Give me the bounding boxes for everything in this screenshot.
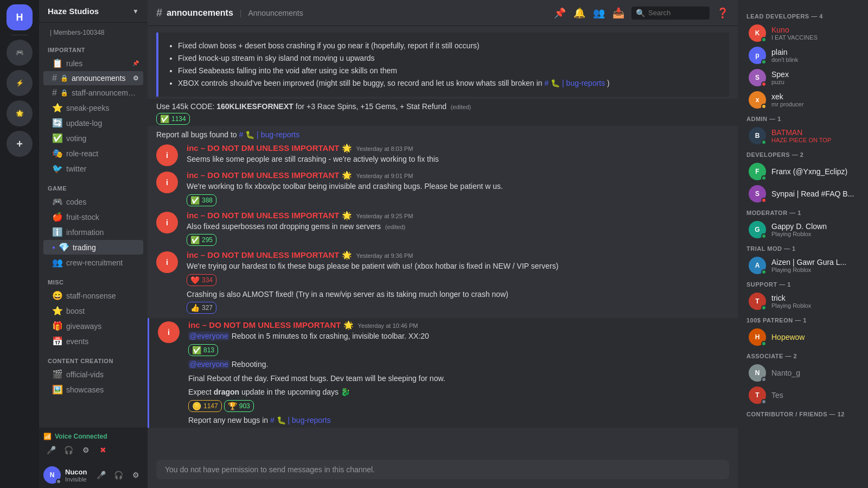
member-aizen[interactable]: A Aizen | Gawr Gura L... Playing Roblox xyxy=(742,255,864,276)
status-nanto xyxy=(761,377,767,382)
user-settings-button[interactable]: ⚙ xyxy=(128,467,143,483)
avatar-inc-5: i xyxy=(158,321,180,343)
bulletin-item-1: Fixed clown boss + desert boss crashing … xyxy=(178,40,720,52)
member-synpai[interactable]: S Synpai | Read #FAQ B... xyxy=(742,183,864,205)
channel-staff-nonsense[interactable]: 😄 staff-nonsense xyxy=(43,288,143,303)
lock-icon-announcements: 🔒 xyxy=(60,74,68,82)
channel-rules[interactable]: 📋 rules 📌 xyxy=(43,56,143,71)
bug-reports-link-1[interactable]: # 🐛 | bug-reports xyxy=(545,79,605,87)
member-sub-gappy: Playing Roblox xyxy=(771,231,859,237)
message-text-8d: Expect dragon update in the upcoming day… xyxy=(188,387,729,398)
mention-everyone-1[interactable]: @everyone xyxy=(188,332,229,340)
members-support-header: SUPPORT — 1 xyxy=(738,277,868,290)
voice-settings-button[interactable]: ⚙ xyxy=(78,442,93,458)
bug-reports-link-3[interactable]: # 🐛 | bug-reports xyxy=(270,416,331,424)
channel-giveaways[interactable]: 🎁 giveaways xyxy=(43,319,143,333)
members-associate-header: ASSOCIATE — 2 xyxy=(738,348,868,362)
leave-voice-button[interactable]: ✖ xyxy=(95,442,111,458)
member-nanto[interactable]: N Nanto_g xyxy=(742,362,864,384)
search-input[interactable] xyxy=(648,9,703,17)
channel-fruit-stock[interactable]: 🍎 fruit-stock xyxy=(43,210,143,224)
server-icon-3[interactable]: 🌟 xyxy=(7,100,33,126)
settings-icon-announcements: ⚙ xyxy=(133,74,139,82)
member-batman[interactable]: B BATMAN HAZE PIECE ON TOP xyxy=(742,125,864,147)
headset-button[interactable]: 🎧 xyxy=(111,467,126,483)
member-gappy[interactable]: G Gappy D. Clown Playing Roblox xyxy=(742,219,864,240)
mute-button[interactable]: 🎤 xyxy=(43,442,59,458)
member-kuno[interactable]: K Kuno I EAT VACCINES xyxy=(742,22,864,44)
channel-codes[interactable]: 🎮 codes xyxy=(43,194,143,209)
member-trick[interactable]: T trick Playing Roblox xyxy=(742,290,864,312)
member-name-trick: trick xyxy=(771,294,859,302)
server-icon-haze[interactable]: H xyxy=(7,4,33,30)
member-name-hopewow: Hopewow xyxy=(771,333,859,341)
channel-icon-giveaways: 🎁 xyxy=(52,321,63,331)
member-tes[interactable]: T Tes xyxy=(742,384,864,406)
message-text-4: Seems like some people are still crashin… xyxy=(187,154,729,165)
help-button[interactable]: ❓ xyxy=(716,7,729,20)
server-icon-2[interactable]: ⚡ xyxy=(7,70,33,96)
channel-trading[interactable]: ● 💎 trading xyxy=(43,240,143,255)
channel-official-vids[interactable]: 🎬 official-vids xyxy=(43,367,143,382)
member-franx[interactable]: F Franx (@Yxng_Eclipz) xyxy=(742,161,864,182)
channel-events[interactable]: 📅 events xyxy=(43,334,143,348)
timestamp-6: Yesterday at 9:25 PM xyxy=(356,213,413,219)
members-trialmod-header: TRIAL MOD — 1 xyxy=(738,241,868,254)
channel-boost[interactable]: ⭐ boost xyxy=(43,303,143,318)
reaction-checkmark-1134[interactable]: ✅ 1134 xyxy=(156,113,190,125)
message-header-5: inc – DO NOT DM UNLESS IMPORTANT 🌟 Yeste… xyxy=(187,170,729,180)
server-icon-1[interactable]: 🎮 xyxy=(7,40,33,66)
channel-update-log[interactable]: 🔄 update-log xyxy=(43,116,143,130)
channel-voting[interactable]: ✅ voting xyxy=(43,131,143,145)
member-info-plain: plain don't blink xyxy=(771,48,859,63)
lock-icon-staff-ann: 🔒 xyxy=(60,89,68,97)
reaction-388[interactable]: ✅388 xyxy=(187,194,216,206)
members-toggle-button[interactable]: 👥 xyxy=(592,7,605,20)
avatar-plain: p xyxy=(749,47,766,64)
reaction-thumbs-327[interactable]: 👍327 xyxy=(187,302,216,314)
code-text: Use 145k CODE: 160KLIKESFORNEXT for +3 R… xyxy=(156,102,446,111)
channel-twitter[interactable]: 🐦 twitter xyxy=(43,161,143,176)
add-server-icon[interactable]: + xyxy=(7,131,33,157)
channels-list: | Members-100348 IMPORTANT 📋 rules 📌 # 🔒… xyxy=(39,23,148,428)
voice-signal-icon: 📶 xyxy=(43,433,52,440)
reaction-bar-code: ✅ 1134 xyxy=(156,113,729,125)
bell-button[interactable]: 🔔 xyxy=(573,7,586,20)
member-plain[interactable]: p plain don't blink xyxy=(742,45,864,66)
channel-announcements[interactable]: # 🔒 announcements ⚙ xyxy=(43,71,143,85)
message-bug-reports: Report all bugs found to # 🐛 | bug-repor… xyxy=(148,128,738,141)
microphone-button[interactable]: 🎤 xyxy=(93,467,108,483)
voice-connected-label: 📶 Voice Connected xyxy=(43,433,143,440)
message-code: Use 145k CODE: 160KLIKESFORNEXT for +3 R… xyxy=(148,99,738,126)
bug-reports-link-2[interactable]: # 🐛 | bug-reports xyxy=(239,130,300,139)
server-name-header[interactable]: Haze Studios ▼ xyxy=(39,0,148,23)
member-name-xek: xek xyxy=(771,92,859,101)
channel-sneak-peeks[interactable]: ⭐ sneak-peeks xyxy=(43,100,143,115)
member-hopewow[interactable]: H Hopewow xyxy=(742,326,864,348)
channel-staff-announcements[interactable]: # 🔒 staff-announcements xyxy=(43,86,143,100)
edited-tag-6: (edited) xyxy=(385,224,405,230)
channel-information[interactable]: ℹ️ information xyxy=(43,225,143,239)
search-box[interactable]: 🔍 xyxy=(631,7,710,20)
reaction-heart-334[interactable]: ❤️334 xyxy=(187,274,216,286)
hashtag-pin-button[interactable]: 📌 xyxy=(553,7,566,20)
channel-crew[interactable]: 👥 crew-recruitment xyxy=(43,255,143,270)
member-spex[interactable]: S Spex puzu xyxy=(742,67,864,88)
channel-icon-boost: ⭐ xyxy=(52,306,63,316)
mention-everyone-2[interactable]: @everyone xyxy=(188,360,229,369)
active-dot-trading: ● xyxy=(52,244,55,250)
inbox-button[interactable]: 📥 xyxy=(612,7,625,20)
member-info-hopewow: Hopewow xyxy=(771,333,859,341)
member-name-nanto: Nanto_g xyxy=(771,369,859,377)
channel-role-react[interactable]: 🎭 role-react xyxy=(43,146,143,161)
message-group-5: i inc – DO NOT DM UNLESS IMPORTANT 🌟 Yes… xyxy=(148,168,738,208)
timestamp-4: Yesterday at 8:03 PM xyxy=(356,145,413,152)
avatar-inc-3: i xyxy=(156,212,178,233)
reaction-295[interactable]: ✅295 xyxy=(187,234,216,246)
member-xek[interactable]: x xek mr producer xyxy=(742,89,864,111)
reaction-813[interactable]: ✅813 xyxy=(188,344,218,356)
channel-showcases[interactable]: 🖼️ showcases xyxy=(43,382,143,397)
reaction-trophy-903[interactable]: 🏆903 xyxy=(224,400,254,412)
deafen-button[interactable]: 🎧 xyxy=(61,442,76,458)
reaction-coin-1147[interactable]: 🪙1147 xyxy=(188,400,222,412)
